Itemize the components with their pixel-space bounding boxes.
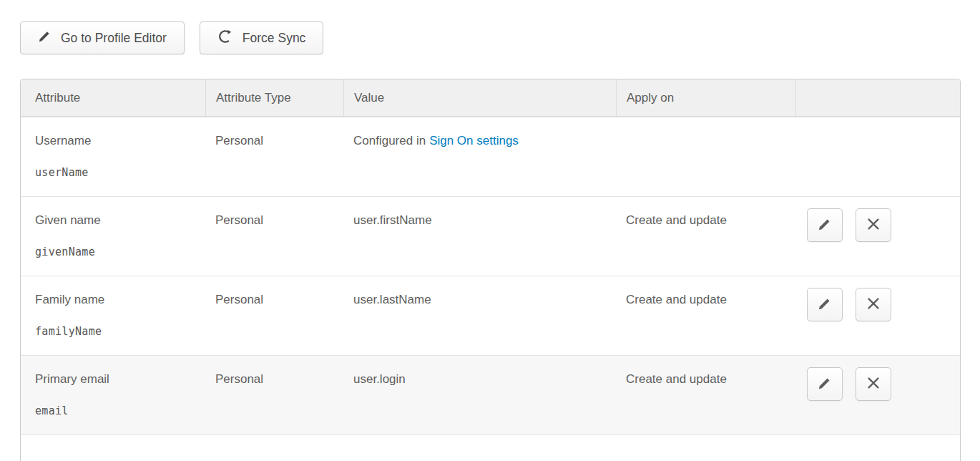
- sign-on-settings-link[interactable]: Sign On settings: [429, 134, 519, 147]
- delete-attribute-button[interactable]: [856, 367, 891, 401]
- refresh-icon: [217, 29, 233, 48]
- value-prefix-text: Configured in: [353, 134, 426, 147]
- attribute-label: Primary email: [35, 372, 198, 387]
- attribute-label: Given name: [35, 213, 198, 228]
- attribute-cell: Family name familyName: [21, 276, 205, 355]
- attribute-type-cell: Personal: [205, 276, 343, 355]
- actions-cell: [795, 276, 960, 355]
- column-header-attribute-type: Attribute Type: [205, 79, 343, 116]
- force-sync-button[interactable]: Force Sync: [200, 21, 324, 54]
- actions-cell: [795, 197, 960, 276]
- toolbar: Go to Profile Editor Force Sync: [20, 21, 961, 54]
- force-sync-label: Force Sync: [242, 31, 306, 46]
- column-header-apply-on: Apply on: [616, 79, 795, 116]
- column-header-value: Value: [343, 79, 616, 116]
- attribute-cell: Given name givenName: [21, 197, 205, 276]
- apply-on-cell: [616, 117, 795, 196]
- table-row-given-name: Given name givenName Personal user.first…: [21, 196, 960, 276]
- attribute-label: Username: [35, 133, 198, 148]
- delete-attribute-button[interactable]: [856, 208, 891, 242]
- attribute-mapping-table: Attribute Attribute Type Value Apply on …: [20, 79, 961, 461]
- value-cell: user.firstName: [343, 197, 616, 276]
- table-row-partial: [21, 435, 960, 461]
- edit-attribute-button[interactable]: [807, 367, 843, 401]
- x-icon: [867, 218, 880, 233]
- attribute-type-cell: Personal: [205, 117, 343, 196]
- table-header: Attribute Attribute Type Value Apply on: [21, 79, 960, 117]
- attribute-variable-name: familyName: [35, 325, 198, 339]
- go-to-profile-editor-label: Go to Profile Editor: [61, 31, 167, 46]
- attribute-cell: Primary email email: [21, 356, 205, 435]
- pencil-icon: [38, 29, 52, 47]
- apply-on-cell: Create and update: [616, 197, 795, 276]
- pencil-icon: [818, 296, 832, 313]
- attribute-type-cell: Personal: [205, 356, 343, 435]
- value-cell: user.lastName: [343, 276, 616, 355]
- attribute-label: Family name: [35, 292, 198, 307]
- attribute-type-cell: Personal: [205, 197, 343, 276]
- table-row-primary-email: Primary email email Personal user.login …: [21, 355, 960, 435]
- go-to-profile-editor-button[interactable]: Go to Profile Editor: [20, 21, 185, 54]
- edit-attribute-button[interactable]: [807, 288, 843, 321]
- delete-attribute-button[interactable]: [856, 288, 891, 321]
- pencil-icon: [818, 217, 832, 233]
- actions-cell: [795, 356, 960, 435]
- edit-attribute-button[interactable]: [807, 208, 843, 242]
- table-row-username: Username userName Personal Configured in…: [21, 117, 960, 196]
- attribute-cell: Username userName: [21, 117, 205, 196]
- column-header-attribute: Attribute: [21, 79, 205, 116]
- attribute-variable-name: givenName: [35, 246, 198, 259]
- column-header-actions: [795, 79, 960, 116]
- pencil-icon: [818, 376, 832, 392]
- x-icon: [867, 377, 880, 392]
- value-cell: Configured inSign On settings: [343, 117, 616, 196]
- table-row-family-name: Family name familyName Personal user.las…: [21, 276, 960, 355]
- value-cell: user.login: [343, 356, 616, 435]
- attribute-variable-name: email: [35, 404, 198, 418]
- attribute-variable-name: userName: [35, 166, 198, 180]
- x-icon: [867, 297, 880, 312]
- apply-on-cell: Create and update: [616, 356, 795, 435]
- actions-cell-empty: [795, 117, 960, 196]
- apply-on-cell: Create and update: [616, 276, 795, 355]
- attribute-mappings-page: Go to Profile Editor Force Sync Attribut…: [0, 0, 980, 461]
